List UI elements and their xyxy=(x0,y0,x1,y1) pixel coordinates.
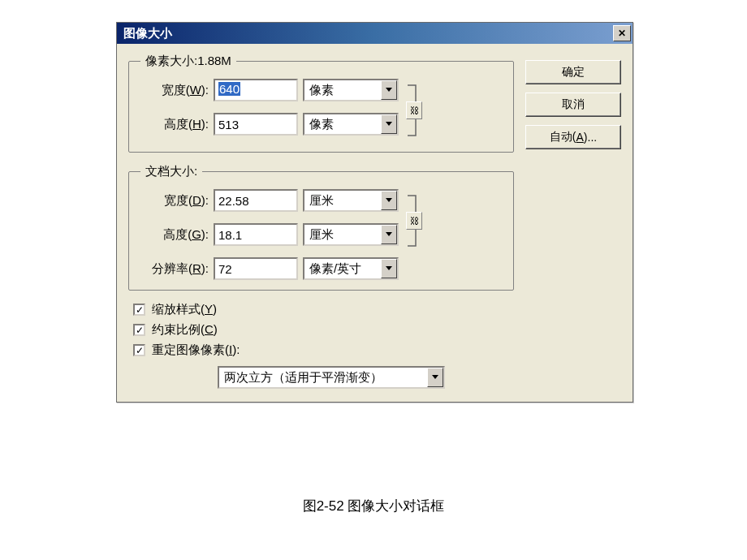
pixel-height-input[interactable] xyxy=(214,113,298,136)
resample-method-select[interactable]: 两次立方（适用于平滑渐变） xyxy=(218,366,445,389)
resolution-row: 分辨率(R): 像素/英寸 xyxy=(136,257,399,280)
doc-height-input[interactable] xyxy=(214,223,298,246)
chain-icon: ⛓ xyxy=(406,101,422,119)
doc-height-row: 高度(G): 厘米 xyxy=(136,223,399,246)
chain-icon: ⛓ xyxy=(406,212,422,230)
svg-marker-1 xyxy=(386,122,392,126)
pixel-height-label: 高度(H): xyxy=(136,117,209,132)
doc-legend: 文档大小: xyxy=(140,164,202,179)
pixel-width-row: 宽度(W): 640 像素 xyxy=(136,79,399,101)
svg-marker-5 xyxy=(432,375,438,379)
scale-styles-checkbox-row[interactable]: ✓ 缩放样式(Y) xyxy=(133,302,514,317)
document-size-group: 文档大小: 宽度(D): 厘米 高度(G): xyxy=(128,164,514,291)
dialog-title: 图像大小 xyxy=(123,26,172,41)
scale-styles-label: 缩放样式(Y) xyxy=(152,302,217,317)
left-column: 像素大小:1.88M 宽度(W): 640 像素 高度(H): xyxy=(128,54,514,389)
pixel-height-unit-select[interactable]: 像素 xyxy=(303,113,399,136)
chevron-down-icon xyxy=(381,225,397,244)
checkmark-icon: ✓ xyxy=(136,325,144,335)
resample-checkbox-row[interactable]: ✓ 重定图像像素(I): xyxy=(133,342,514,358)
resample-label: 重定图像像素(I): xyxy=(152,342,240,358)
pixel-dimensions-group: 像素大小:1.88M 宽度(W): 640 像素 高度(H): xyxy=(128,54,514,153)
pixel-width-unit-select[interactable]: 像素 xyxy=(303,79,399,101)
close-button[interactable]: ✕ xyxy=(613,25,631,41)
cancel-button[interactable]: 取消 xyxy=(525,93,621,117)
chevron-down-icon xyxy=(381,114,397,134)
doc-height-label: 高度(G): xyxy=(136,227,209,243)
auto-button[interactable]: 自动(A)... xyxy=(525,125,621,149)
resample-checkbox[interactable]: ✓ xyxy=(133,344,145,356)
resolution-unit-select[interactable]: 像素/英寸 xyxy=(303,257,399,280)
dialog-body: 像素大小:1.88M 宽度(W): 640 像素 高度(H): xyxy=(117,44,633,402)
constrain-checkbox[interactable]: ✓ xyxy=(133,324,145,336)
titlebar[interactable]: 图像大小 ✕ xyxy=(117,23,633,44)
resolution-input[interactable] xyxy=(214,257,298,280)
close-icon: ✕ xyxy=(618,28,626,39)
svg-marker-2 xyxy=(386,198,392,202)
doc-height-unit-select[interactable]: 厘米 xyxy=(303,223,399,246)
pixel-link-indicator: ⛓ xyxy=(399,79,430,142)
chevron-down-icon xyxy=(381,191,397,210)
right-column: 确定 取消 自动(A)... xyxy=(525,54,621,389)
pixel-width-label: 宽度(W): xyxy=(136,83,209,98)
doc-width-unit-select[interactable]: 厘米 xyxy=(303,189,399,212)
doc-width-input[interactable] xyxy=(214,189,298,212)
pixel-width-input[interactable]: 640 xyxy=(214,79,298,101)
constrain-checkbox-row[interactable]: ✓ 约束比例(C) xyxy=(133,322,514,338)
constrain-label: 约束比例(C) xyxy=(152,322,218,338)
chevron-down-icon xyxy=(381,259,397,278)
checkmark-icon: ✓ xyxy=(136,346,144,355)
svg-marker-3 xyxy=(386,232,392,236)
svg-marker-4 xyxy=(386,266,392,270)
resample-method-row: 两次立方（适用于平滑渐变） xyxy=(218,366,514,389)
image-size-dialog: 图像大小 ✕ 像素大小:1.88M 宽度(W): 640 像素 xyxy=(116,22,633,403)
scale-styles-checkbox[interactable]: ✓ xyxy=(133,304,145,316)
chevron-down-icon xyxy=(381,80,397,100)
checkmark-icon: ✓ xyxy=(136,305,144,315)
ok-button[interactable]: 确定 xyxy=(525,60,621,84)
doc-width-label: 宽度(D): xyxy=(136,193,209,209)
figure-caption: 图2-52 图像大小对话框 xyxy=(0,497,747,515)
chevron-down-icon xyxy=(427,368,443,387)
svg-marker-0 xyxy=(386,88,392,92)
pixel-legend: 像素大小:1.88M xyxy=(140,54,236,69)
pixel-height-row: 高度(H): 像素 xyxy=(136,113,399,136)
doc-link-indicator: ⛓ xyxy=(399,189,430,252)
doc-width-row: 宽度(D): 厘米 xyxy=(136,189,399,212)
resolution-label: 分辨率(R): xyxy=(136,261,209,277)
